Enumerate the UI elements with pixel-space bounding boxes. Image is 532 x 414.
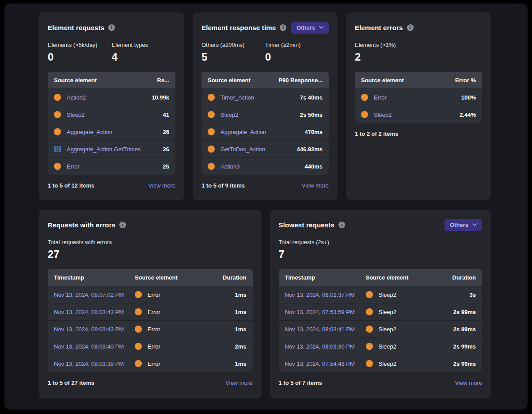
requests-value: 25 xyxy=(163,163,169,170)
error-requests-table: Timestamp Source element Duration Nov 13… xyxy=(48,269,253,372)
card-element-requests: Element requests Elements (>5k/day) 0 El… xyxy=(39,12,184,200)
table-row: Nov 13, 2024, 07:54:48 PM Sleep2 2s 99ms xyxy=(279,355,483,372)
pagination-summary: 1 to 5 of 9 items xyxy=(201,182,245,189)
element-link[interactable]: Timer_Action xyxy=(220,94,254,101)
stat: Element types 4 xyxy=(112,42,176,63)
slowest-requests-table: Timestamp Source element Duration Nov 13… xyxy=(279,269,483,372)
pagination-summary: 1 to 2 of 2 items xyxy=(355,130,398,137)
card-footer: 1 to 5 of 12 items View more xyxy=(48,182,175,189)
table-row: GetToDos_Action 446.92ms xyxy=(201,140,329,157)
card-title: Element requests xyxy=(48,24,104,31)
others-dropdown[interactable]: Others xyxy=(291,22,329,34)
column-header-duration: Duration xyxy=(223,274,246,281)
pagination-summary: 1 to 5 of 7 items xyxy=(279,380,322,386)
dashboard: Element requests Elements (>5k/day) 0 El… xyxy=(4,4,528,410)
element-link[interactable]: Aggregate_Action xyxy=(67,129,112,135)
table-row: Nov 13, 2024, 08:03:39 PM Error 1ms xyxy=(48,355,253,372)
element-circle-icon xyxy=(366,308,373,315)
stat: Total requests with errors 27 xyxy=(48,239,112,260)
response-time-value: 2s 50ms xyxy=(300,111,323,118)
info-icon[interactable] xyxy=(280,24,286,31)
response-time-value: 470ms xyxy=(305,129,323,135)
timestamp-link[interactable]: Nov 13, 2024, 08:07:02 PM xyxy=(54,291,124,298)
view-more-link[interactable]: View more xyxy=(148,182,175,189)
info-icon[interactable] xyxy=(338,222,345,228)
info-icon[interactable] xyxy=(407,24,414,31)
table-row: Sleep2 41 xyxy=(48,106,175,123)
timestamp-link[interactable]: Nov 13, 2024, 08:03:43 PM xyxy=(54,326,124,333)
element-circle-icon xyxy=(54,163,61,170)
stat: Elements (>5k/day) 0 xyxy=(48,42,112,63)
response-time-value: 446.92ms xyxy=(296,146,323,153)
timestamp-link[interactable]: Nov 13, 2024, 07:54:48 PM xyxy=(285,360,355,367)
card-title: Element response time xyxy=(201,24,276,31)
duration-value: 2s 99ms xyxy=(453,360,476,367)
element-link[interactable]: Sleep2 xyxy=(220,111,238,118)
timestamp-link[interactable]: Nov 13, 2024, 08:03:30 PM xyxy=(285,343,355,350)
card-header: Element requests xyxy=(48,21,175,34)
table-header-row: Timestamp Source element Duration xyxy=(48,269,253,286)
table-header-row: Source element P90 Response... xyxy=(201,72,329,88)
element-circle-icon xyxy=(54,94,61,101)
chevron-down-icon xyxy=(319,26,323,29)
source-element-cell: Sleep2 xyxy=(366,343,453,350)
card-header: Element response time Others xyxy=(201,21,329,34)
view-more-link[interactable]: View more xyxy=(302,182,329,189)
timestamp-link[interactable]: Nov 13, 2024, 08:03:41 PM xyxy=(285,326,355,333)
response-time-value: 440ms xyxy=(305,163,323,170)
bottom-card-row: Requests with errors Total requests with… xyxy=(39,210,491,399)
card-title: Element errors xyxy=(355,24,403,31)
info-icon[interactable] xyxy=(119,222,126,228)
element-link[interactable]: Sleep2 xyxy=(374,111,391,118)
table-row: Sleep2 2s 50ms xyxy=(201,106,329,123)
pagination-summary: 1 to 5 of 12 items xyxy=(48,182,94,189)
table-row: Error 25 xyxy=(48,157,175,175)
element-link[interactable]: GetToDos_Action xyxy=(220,146,265,153)
stats-row: Elements (>5k/day) 0 Element types 4 xyxy=(48,42,175,63)
stats-row: Total requests (2s+) 7 xyxy=(279,239,483,260)
table-row: Timer_Action 7s 40ms xyxy=(201,88,329,106)
element-link[interactable]: Action2 xyxy=(67,94,86,101)
stat-label: Element types xyxy=(112,42,176,48)
element-link[interactable]: Sleep2 xyxy=(67,111,84,118)
stat: Elements (>1%) 2 xyxy=(355,42,430,63)
card-footer: 1 to 5 of 27 items View more xyxy=(48,380,253,386)
info-icon[interactable] xyxy=(108,24,115,31)
view-more-link[interactable]: View more xyxy=(225,380,252,386)
element-link[interactable]: Aggregate_Action.GetTraces xyxy=(67,146,141,153)
stat-label: Elements (>1%) xyxy=(355,42,430,48)
card-title: Slowest requests xyxy=(279,221,335,229)
timestamp-link[interactable]: Nov 13, 2024, 08:03:43 PM xyxy=(54,309,124,315)
stat-label: Timer (≥2min) xyxy=(265,42,329,48)
duration-value: 1ms xyxy=(235,291,246,298)
view-more-link[interactable]: View more xyxy=(455,380,482,386)
duration-value: 3s xyxy=(470,291,476,298)
duration-value: 1ms xyxy=(235,360,246,367)
stats-row: Elements (>1%) 2 xyxy=(355,42,482,63)
element-circle-icon xyxy=(135,291,142,298)
card-header: Element errors xyxy=(355,21,482,34)
duration-value: 2ms xyxy=(235,343,246,350)
table-header-row: Timestamp Source element Duration xyxy=(279,269,483,286)
table-row: Nov 13, 2024, 08:03:30 PM Sleep2 2s 99ms xyxy=(279,337,483,355)
column-header-timestamp: Timestamp xyxy=(285,274,366,281)
stat-value: 27 xyxy=(48,249,112,260)
timestamp-link[interactable]: Nov 13, 2024, 08:03:40 PM xyxy=(54,343,124,350)
stat-value: 4 xyxy=(112,51,176,63)
timestamp-link[interactable]: Nov 13, 2024, 07:53:59 PM xyxy=(285,309,355,315)
response-time-value: 7s 40ms xyxy=(300,94,323,101)
response-time-table: Source element P90 Response... Timer_Act… xyxy=(201,72,329,175)
table-row: Nov 13, 2024, 08:03:41 PM Sleep2 2s 99ms xyxy=(279,320,483,337)
element-link[interactable]: Aggregate_Action xyxy=(220,129,266,135)
timestamp-link[interactable]: Nov 13, 2024, 08:03:39 PM xyxy=(54,360,124,367)
element-circle-icon xyxy=(208,146,215,153)
element-link[interactable]: Action3 xyxy=(220,163,239,170)
element-link[interactable]: Error xyxy=(374,94,387,101)
others-dropdown[interactable]: Others xyxy=(445,219,482,231)
timestamp-link[interactable]: Nov 13, 2024, 08:02:37 PM xyxy=(285,291,355,298)
chevron-down-icon xyxy=(472,223,477,226)
stat: Total requests (2s+) 7 xyxy=(279,239,330,260)
element-link[interactable]: Error xyxy=(67,163,80,170)
table-row: Nov 13, 2024, 08:07:02 PM Error 1ms xyxy=(48,286,253,303)
element-circle-icon xyxy=(135,308,142,315)
